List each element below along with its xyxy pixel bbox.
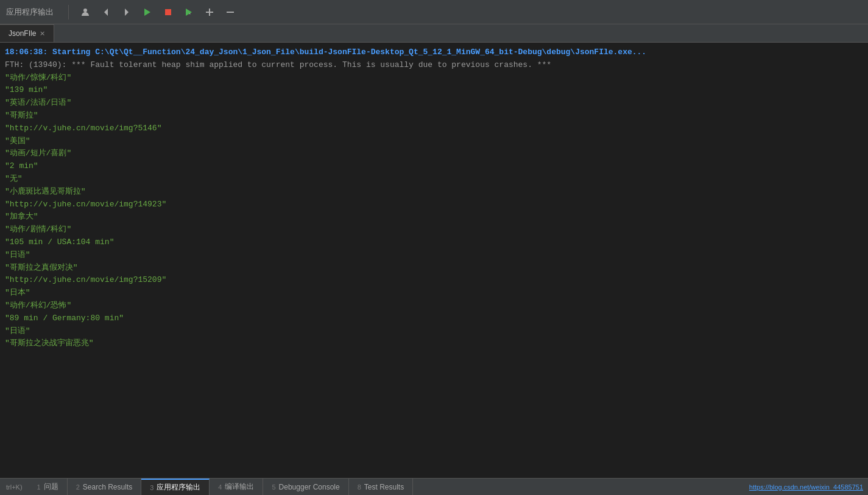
tab-label: Search Results — [83, 483, 132, 491]
output-area[interactable]: 18:06:38: Starting C:\Qt\Qt__Function\24… — [0, 43, 868, 478]
output-line: "2 min" — [5, 160, 863, 173]
tab-number: 8 — [358, 483, 361, 491]
toolbar-title: 应用程序输出 — [6, 7, 54, 18]
output-line: "日本" — [5, 287, 863, 300]
bottom-tab-应用程序输出[interactable]: 3应用程序输出 — [141, 479, 210, 495]
bottom-tab-编译输出[interactable]: 4编译输出 — [210, 479, 263, 495]
file-tab-label: JsonFIle — [9, 29, 36, 38]
output-line: "日语" — [5, 325, 863, 338]
profile-button[interactable] — [77, 5, 93, 19]
output-line: FTH: (13940): *** Fault tolerant heap sh… — [5, 59, 863, 72]
file-tab-bar: JsonFIle ✕ — [0, 24, 868, 43]
output-line: "http://v.juhe.cn/movie/img?14923" — [5, 198, 863, 211]
output-line: "http://v.juhe.cn/movie/img?15209" — [5, 274, 863, 287]
output-line: "美国" — [5, 135, 863, 148]
output-line: "动作/惊悚/科幻" — [5, 72, 863, 85]
url-link[interactable]: https://blog.csdn.net/weixin_44585751 — [744, 483, 868, 491]
run-button[interactable] — [139, 5, 155, 19]
tab-number: 1 — [37, 483, 41, 491]
output-line: "105 min / USA:104 min" — [5, 236, 863, 249]
output-line: "动作/剧情/科幻" — [5, 223, 863, 236]
svg-marker-2 — [125, 9, 129, 16]
bottom-bar: trl+K) 1问题2Search Results3应用程序输出4编译输出5De… — [0, 478, 868, 495]
close-icon[interactable]: ✕ — [40, 30, 45, 38]
bottom-tab-debugger-console[interactable]: 5Debugger Console — [263, 479, 348, 495]
svg-point-0 — [83, 9, 87, 12]
forward-button[interactable] — [119, 5, 135, 19]
bottom-tab-test-results[interactable]: 8Test Results — [349, 479, 413, 495]
tab-number: 5 — [272, 483, 275, 491]
output-line: "http://v.juhe.cn/movie/img?5146" — [5, 122, 863, 135]
output-line: 18:06:38: Starting C:\Qt\Qt__Function\24… — [5, 46, 863, 59]
tab-label: 问题 — [44, 482, 58, 492]
bottom-tab-问题[interactable]: 1问题 — [29, 479, 68, 495]
tab-label: 编译输出 — [225, 482, 254, 492]
svg-marker-3 — [144, 9, 150, 16]
tab-label: 应用程序输出 — [157, 482, 200, 493]
output-line: "89 min / Germany:80 min" — [5, 312, 863, 325]
output-line: "无" — [5, 173, 863, 186]
output-line: "小鹿斑比遇见哥斯拉" — [5, 186, 863, 198]
toolbar: 应用程序输出 * — [0, 0, 868, 24]
add-button[interactable] — [202, 5, 217, 19]
output-line: "加拿大" — [5, 211, 863, 223]
stop-button[interactable] — [160, 5, 176, 19]
tab-number: 2 — [76, 483, 80, 491]
toolbar-separator — [68, 5, 69, 19]
svg-marker-1 — [104, 9, 108, 16]
output-line: "动作/科幻/恐怖" — [5, 300, 863, 312]
run-debug-button[interactable]: * — [181, 5, 197, 19]
tab-number: 3 — [150, 484, 153, 491]
output-line: "哥斯拉之决战宇宙恶兆" — [5, 337, 863, 350]
output-line: "英语/法语/日语" — [5, 97, 863, 110]
file-tab-jsonfile[interactable]: JsonFIle ✕ — [0, 24, 54, 42]
shortcut-label: trl+K) — [0, 483, 29, 491]
svg-rect-4 — [165, 9, 171, 15]
output-line: "哥斯拉之真假对决" — [5, 262, 863, 275]
minus-button[interactable] — [222, 5, 238, 19]
output-line: "139 min" — [5, 84, 863, 97]
tab-number: 4 — [218, 483, 222, 491]
svg-text:*: * — [189, 12, 191, 17]
bottom-tab-search-results[interactable]: 2Search Results — [68, 479, 142, 495]
tab-label: Test Results — [364, 483, 404, 491]
output-line: "哥斯拉" — [5, 110, 863, 122]
tab-label: Debugger Console — [279, 483, 340, 491]
output-line: "日语" — [5, 249, 863, 262]
back-button[interactable] — [98, 5, 114, 19]
output-line: "动画/短片/喜剧" — [5, 147, 863, 160]
bottom-tabs: 1问题2Search Results3应用程序输出4编译输出5Debugger … — [29, 479, 744, 495]
